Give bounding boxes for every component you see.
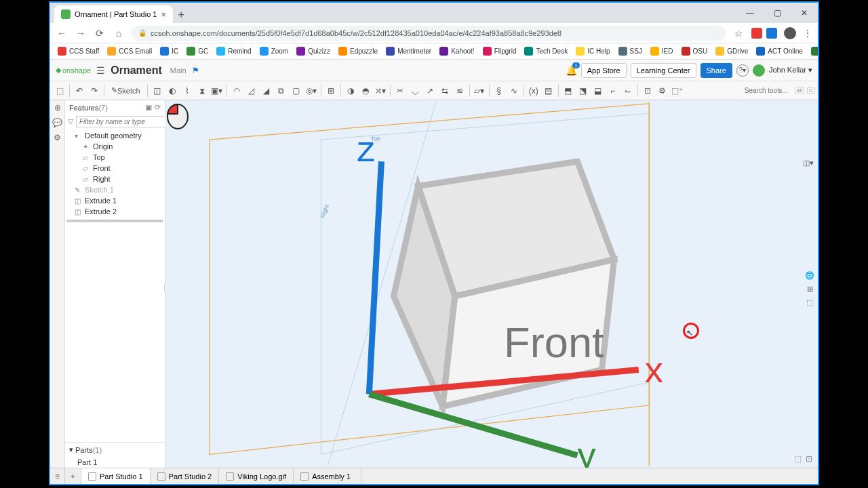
share-button[interactable]: Share: [701, 63, 732, 78]
fillet-icon[interactable]: ◠: [230, 84, 243, 98]
parts-item[interactable]: Part 1: [65, 457, 165, 468]
frame-icon[interactable]: ⊡: [641, 84, 654, 98]
loft-icon[interactable]: ⧗: [195, 84, 209, 98]
feature-display-icon[interactable]: ▣: [145, 103, 152, 112]
curve-icon[interactable]: ∿: [507, 84, 521, 98]
3d-view-tool-3[interactable]: ⬚: [804, 297, 815, 308]
bookmark-item[interactable]: Naviance: [808, 45, 818, 57]
bookmark-item[interactable]: Kahoot!: [436, 45, 477, 57]
rollback-bar[interactable]: [66, 220, 163, 222]
bookmark-item[interactable]: GC: [183, 45, 212, 57]
tree-sketch-1[interactable]: ✎Sketch 1: [65, 184, 165, 195]
shell-icon[interactable]: ▢: [290, 84, 303, 98]
url-field[interactable]: 🔒 ccsoh.onshape.com/documents/25d5f0f4e5…: [132, 26, 726, 41]
document-name[interactable]: Ornament: [111, 64, 162, 77]
main-menu-button[interactable]: ☰: [96, 65, 105, 76]
tree-front-plane[interactable]: ▱Front: [65, 163, 165, 174]
tab-part-studio-2[interactable]: Part Studio 2: [151, 468, 220, 484]
bookmark-item[interactable]: ACT Online: [753, 45, 806, 57]
helix-icon[interactable]: §: [492, 84, 506, 98]
undo-button[interactable]: ↶: [73, 84, 86, 98]
units-icon[interactable]: ⬚: [794, 454, 802, 464]
bookmark-item[interactable]: Remind: [213, 45, 254, 57]
notifications-button[interactable]: 🔔1: [566, 65, 577, 76]
bookmark-item[interactable]: OSU: [678, 45, 711, 57]
new-tab-button[interactable]: +: [173, 7, 189, 23]
user-avatar[interactable]: [753, 64, 765, 77]
bookmark-item[interactable]: CCS Staff: [54, 45, 102, 57]
sheet-metal-icon[interactable]: ⬒: [561, 84, 575, 98]
app-store-button[interactable]: App Store: [581, 63, 627, 78]
insert-icon[interactable]: ⊕: [54, 103, 61, 113]
sweep-icon[interactable]: ⌇: [180, 84, 194, 98]
bookmark-item[interactable]: Edpuzzle: [335, 45, 381, 57]
display-mode-button[interactable]: ◫▾: [803, 159, 814, 167]
tab-viking-logo[interactable]: Viking Logo.gif: [219, 468, 294, 484]
home-button[interactable]: ⌂: [113, 28, 125, 39]
revolve-icon[interactable]: ◐: [165, 84, 179, 98]
tab-list-button[interactable]: ≡: [50, 468, 65, 484]
bookmark-item[interactable]: IED: [647, 45, 677, 57]
move-face-icon[interactable]: ↗: [423, 84, 437, 98]
bookmark-item[interactable]: Mentimeter: [382, 45, 435, 57]
profile-avatar[interactable]: [784, 27, 796, 39]
3d-view-tool-2[interactable]: ⊞: [804, 283, 815, 294]
thicken-icon[interactable]: ▣▾: [210, 84, 224, 98]
bookmark-item[interactable]: Quizizz: [293, 45, 334, 57]
hole-icon[interactable]: ◎▾: [304, 84, 318, 98]
custom-feature-icon[interactable]: ⬚⁺: [671, 84, 684, 98]
search-tools-input[interactable]: [745, 87, 792, 94]
view-cube[interactable]: Front x z y: [165, 100, 818, 468]
help-button[interactable]: ?▾: [736, 64, 749, 77]
config-icon[interactable]: ⚙: [656, 84, 669, 98]
tree-extrude-1[interactable]: ◫Extrude 1: [65, 195, 165, 206]
replace-face-icon[interactable]: ⇆: [438, 84, 452, 98]
corner-icon[interactable]: ⌙: [621, 84, 635, 98]
feature-refresh-icon[interactable]: ⟳: [155, 103, 161, 112]
browser-tab[interactable]: Ornament | Part Studio 1 ×: [54, 5, 173, 23]
pattern-icon[interactable]: ⊞: [324, 84, 338, 98]
tab-assembly-1[interactable]: Assembly 1: [294, 468, 361, 484]
learning-center-button[interactable]: Learning Center: [631, 63, 696, 78]
split-icon[interactable]: ◓: [359, 84, 372, 98]
insert-feature-icon[interactable]: ⬚: [53, 84, 66, 98]
reload-button[interactable]: ⟳: [94, 28, 106, 39]
star-button[interactable]: ☆: [732, 28, 745, 39]
onshape-logo[interactable]: onshape: [56, 66, 91, 75]
draft-icon[interactable]: ◢: [260, 84, 273, 98]
feature-filter-input[interactable]: [76, 116, 169, 127]
bookmark-item[interactable]: IC Help: [572, 45, 613, 57]
3d-view-tool-1[interactable]: 🌐: [804, 270, 815, 281]
section-icon[interactable]: ▤: [542, 84, 555, 98]
redo-button[interactable]: ↷: [87, 84, 101, 98]
minimize-button[interactable]: —: [736, 3, 764, 23]
bookmark-item[interactable]: Zoom: [256, 45, 292, 57]
bookmark-item[interactable]: GDrive: [712, 45, 751, 57]
delete-face-icon[interactable]: ✂: [393, 84, 407, 98]
bookmark-flag-icon[interactable]: ⚑: [192, 66, 199, 75]
chamfer-icon[interactable]: ◿: [245, 84, 258, 98]
variable-icon[interactable]: (x): [527, 84, 540, 98]
bookmark-item[interactable]: CCS Email: [104, 45, 155, 57]
tree-right-plane[interactable]: ▱Right: [65, 174, 165, 184]
bookmark-item[interactable]: SSJ: [615, 45, 646, 57]
3d-viewport[interactable]: Top Right ↖: [165, 100, 818, 468]
bookmark-item[interactable]: IC: [157, 45, 182, 57]
sketch-button[interactable]: ✎ Sketch: [107, 84, 144, 98]
close-window-button[interactable]: ✕: [791, 3, 818, 23]
add-tab-button[interactable]: +: [65, 468, 81, 484]
boolean-icon[interactable]: ◑: [344, 84, 357, 98]
configurations-icon[interactable]: ⚙: [54, 133, 61, 142]
bend-icon[interactable]: ⌐: [606, 84, 620, 98]
offset-surface-icon[interactable]: ≋: [453, 84, 467, 98]
browser-menu-button[interactable]: ⋮: [803, 28, 812, 39]
flange-icon[interactable]: ⬔: [576, 84, 590, 98]
maximize-button[interactable]: ▢: [764, 3, 791, 23]
back-button[interactable]: ←: [56, 28, 68, 39]
modify-fillet-icon[interactable]: ◡: [408, 84, 422, 98]
tab-part-studio-1[interactable]: Part Studio 1: [81, 468, 151, 484]
tree-default-geometry[interactable]: ▾Default geometry: [65, 130, 165, 141]
tree-origin[interactable]: ✦Origin: [65, 141, 165, 152]
bookmark-item[interactable]: Flipgrid: [479, 45, 520, 57]
precision-icon[interactable]: ⊡: [806, 454, 812, 464]
